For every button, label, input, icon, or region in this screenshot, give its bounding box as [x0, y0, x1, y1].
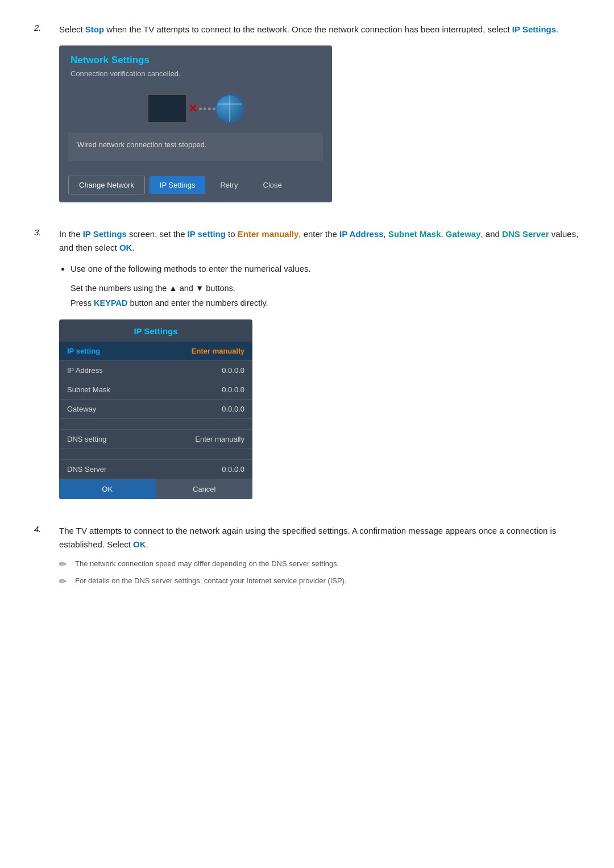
- ip-settings-button[interactable]: IP Settings: [150, 176, 206, 194]
- ip-row-subnet-mask[interactable]: Subnet Mask 0.0.0.0: [59, 380, 252, 399]
- step-3-content: In the IP Settings screen, set the IP se…: [59, 227, 580, 508]
- note-2-text: For details on the DNS server settings, …: [75, 575, 347, 587]
- connection-line: ✕: [187, 102, 215, 115]
- dot-line: [199, 107, 215, 110]
- dns-server-label: DNS Server: [59, 459, 148, 479]
- ip-address-label: IP Address: [59, 360, 148, 380]
- ip-setting-value: Enter manually: [148, 342, 252, 361]
- step-4: 4. The TV attempts to connect to the net…: [34, 524, 580, 587]
- ip-address-value: 0.0.0.0: [148, 360, 252, 380]
- ip-address-link[interactable]: IP Address: [339, 229, 384, 239]
- step-4-number: 4.: [34, 524, 50, 587]
- bullet-item: Use one of the following methods to ente…: [70, 261, 580, 276]
- ip-row-dns-setting[interactable]: DNS setting Enter manually: [59, 429, 252, 448]
- step-3-text: In the IP Settings screen, set the IP se…: [59, 227, 580, 255]
- dns-setting-value: Enter manually: [148, 429, 252, 448]
- ip-setting-label: IP setting: [59, 342, 148, 361]
- gateway-link[interactable]: Gateway: [446, 229, 481, 239]
- ip-row-gateway[interactable]: Gateway 0.0.0.0: [59, 399, 252, 418]
- ip-settings-link-step2[interactable]: IP Settings: [512, 24, 556, 34]
- subnet-mask-link[interactable]: Subnet Mask: [388, 229, 441, 239]
- network-dialog-title: Network Settings: [59, 45, 332, 69]
- ok-link-step4[interactable]: OK: [133, 539, 146, 549]
- step-2-text: Select Stop when the TV attempts to conn…: [59, 23, 580, 36]
- step-2-number: 2.: [34, 23, 50, 211]
- ip-row-dns-server[interactable]: DNS Server 0.0.0.0: [59, 459, 252, 479]
- gateway-label: Gateway: [59, 399, 148, 418]
- indent-block: Set the numbers using the ▲ and ▼ button…: [70, 281, 580, 310]
- bullet-list: Use one of the following methods to ente…: [70, 261, 580, 276]
- ip-section-gap-2: [59, 448, 252, 459]
- close-button[interactable]: Close: [253, 176, 292, 194]
- enter-manually-link[interactable]: Enter manually: [238, 229, 299, 239]
- ok-link-step3[interactable]: OK: [119, 243, 132, 252]
- note-1-row: ✏ The network connection speed may diffe…: [59, 558, 580, 570]
- change-network-button[interactable]: Change Network: [68, 176, 145, 194]
- indent-line-1: Set the numbers using the ▲ and ▼ button…: [70, 281, 580, 296]
- subnet-mask-value: 0.0.0.0: [148, 380, 252, 399]
- ip-dialog-title: IP Settings: [59, 319, 252, 342]
- retry-button[interactable]: Retry: [210, 176, 248, 194]
- x-mark-icon: ✕: [188, 102, 198, 115]
- note-1-icon: ✏: [59, 559, 69, 570]
- dns-server-link[interactable]: DNS Server: [502, 229, 549, 239]
- step-4-content: The TV attempts to connect to the networ…: [59, 524, 580, 587]
- ip-section-gap: [59, 418, 252, 429]
- ip-table: IP setting Enter manually IP Address 0.0…: [59, 342, 252, 479]
- subnet-mask-label: Subnet Mask: [59, 380, 148, 399]
- step-3: 3. In the IP Settings screen, set the IP…: [34, 227, 580, 508]
- ip-cancel-button[interactable]: Cancel: [156, 479, 253, 499]
- ip-settings-dialog: IP Settings IP setting Enter manually IP…: [59, 319, 252, 499]
- indent-line-2: Press KEYPAD button and enter the number…: [70, 296, 580, 310]
- network-status-text: Wired network connection test stopped.: [68, 132, 323, 161]
- step-4-text: The TV attempts to connect to the networ…: [59, 524, 580, 551]
- network-settings-dialog: Network Settings Connection verification…: [59, 45, 332, 202]
- ip-setting-link[interactable]: IP setting: [188, 229, 226, 239]
- note-2-row: ✏ For details on the DNS server settings…: [59, 575, 580, 587]
- dns-server-value: 0.0.0.0: [148, 459, 252, 479]
- network-dialog-buttons: Change Network IP Settings Retry Close: [59, 170, 332, 202]
- ip-settings-link-step3[interactable]: IP Settings: [83, 229, 127, 239]
- network-dialog-visual: ✕: [59, 85, 332, 132]
- tv-icon: [147, 94, 187, 123]
- ip-dialog-footer: OK Cancel: [59, 479, 252, 499]
- step-2-content: Select Stop when the TV attempts to conn…: [59, 23, 580, 211]
- note-1-text: The network connection speed may differ …: [75, 558, 339, 570]
- step-2: 2. Select Stop when the TV attempts to c…: [34, 23, 580, 211]
- stop-link[interactable]: Stop: [85, 24, 104, 34]
- network-dialog-subtitle: Connection verification cancelled.: [59, 69, 332, 85]
- ip-row-ip-setting[interactable]: IP setting Enter manually: [59, 342, 252, 361]
- dns-setting-label: DNS setting: [59, 429, 148, 448]
- step-3-number: 3.: [34, 227, 50, 508]
- globe-icon: [215, 94, 244, 123]
- ip-row-ip-address[interactable]: IP Address 0.0.0.0: [59, 360, 252, 380]
- note-2-icon: ✏: [59, 576, 69, 587]
- keypad-link[interactable]: KEYPAD: [94, 298, 127, 308]
- gateway-value: 0.0.0.0: [148, 399, 252, 418]
- ip-ok-button[interactable]: OK: [59, 479, 156, 499]
